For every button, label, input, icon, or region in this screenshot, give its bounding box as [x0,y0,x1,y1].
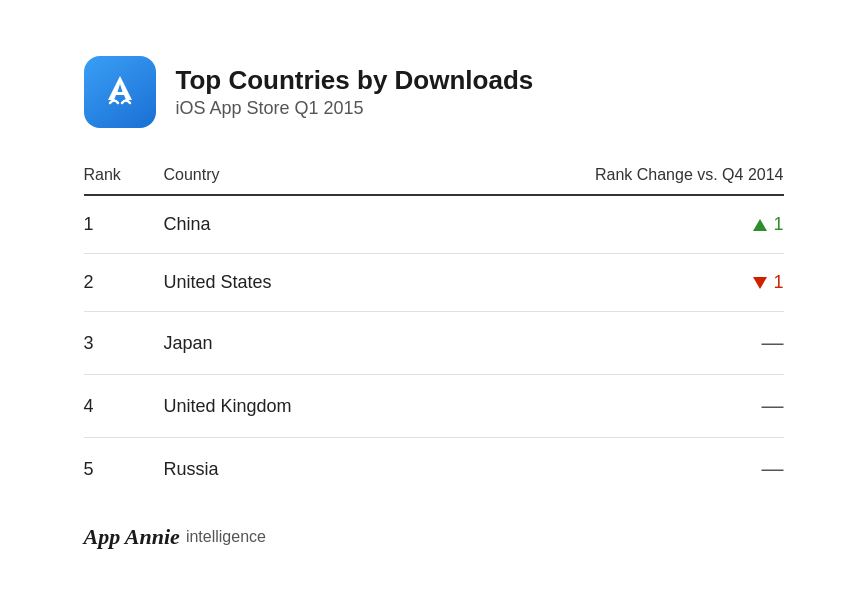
col-header-change: Rank Change vs. Q4 2014 [444,158,784,195]
arrow-up-icon [753,219,767,231]
table-row: 1China1 [84,195,784,254]
change-indicator-none: — [444,330,784,356]
table-row: 4United Kingdom— [84,375,784,438]
cell-rank: 1 [84,195,164,254]
cell-change: 1 [444,254,784,312]
page-title: Top Countries by Downloads [176,65,534,96]
cell-rank: 2 [84,254,164,312]
no-change-dash: — [762,393,784,419]
col-header-rank: Rank [84,158,164,195]
change-indicator-none: — [444,456,784,482]
main-card: Top Countries by Downloads iOS App Store… [44,26,824,580]
table-row: 2United States1 [84,254,784,312]
arrow-down-icon [753,277,767,289]
footer: App Annie intelligence [84,524,784,550]
col-header-country: Country [164,158,444,195]
change-indicator-none: — [444,393,784,419]
cell-country: United States [164,254,444,312]
change-indicator-up: 1 [444,214,784,235]
cell-rank: 5 [84,438,164,501]
brand-name: App Annie [84,524,180,550]
data-table: Rank Country Rank Change vs. Q4 2014 1Ch… [84,158,784,500]
app-store-icon [84,56,156,128]
change-indicator-down: 1 [444,272,784,293]
cell-change: — [444,375,784,438]
cell-change: — [444,312,784,375]
header-text: Top Countries by Downloads iOS App Store… [176,65,534,119]
no-change-dash: — [762,456,784,482]
table-row: 3Japan— [84,312,784,375]
page-subtitle: iOS App Store Q1 2015 [176,98,534,119]
cell-rank: 4 [84,375,164,438]
change-number: 1 [773,214,783,235]
cell-change: — [444,438,784,501]
cell-country: China [164,195,444,254]
no-change-dash: — [762,330,784,356]
cell-change: 1 [444,195,784,254]
cell-country: Russia [164,438,444,501]
change-number: 1 [773,272,783,293]
brand-tagline: intelligence [186,528,266,546]
cell-country: Japan [164,312,444,375]
table-row: 5Russia— [84,438,784,501]
cell-rank: 3 [84,312,164,375]
header: Top Countries by Downloads iOS App Store… [84,56,784,128]
cell-country: United Kingdom [164,375,444,438]
